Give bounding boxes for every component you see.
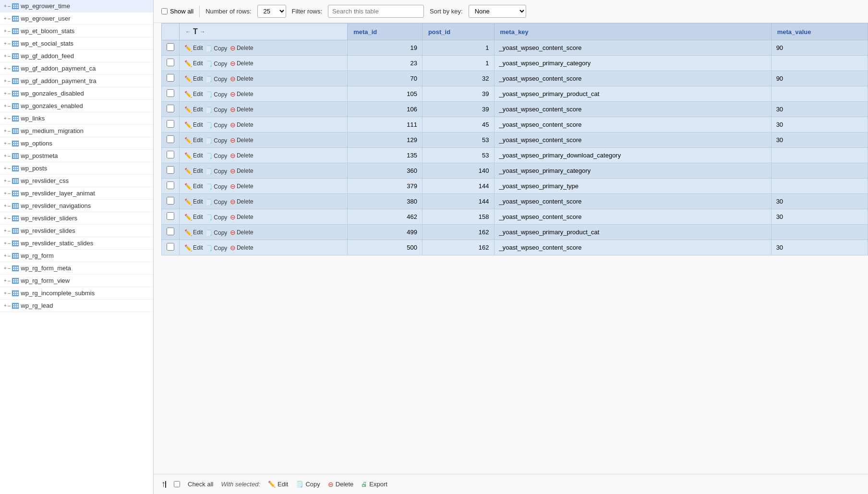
delete-link[interactable]: ⊖ Delete bbox=[230, 244, 253, 252]
delete-link[interactable]: ⊖ Delete bbox=[230, 136, 253, 144]
edit-link[interactable]: ✏️ Edit bbox=[184, 244, 203, 252]
sidebar-item-wp_medium_migration[interactable]: + − wp_medium_migration bbox=[0, 125, 153, 137]
copy-link[interactable]: 🗒️ Copy bbox=[205, 214, 227, 221]
sidebar-item-wp_rg_form_meta[interactable]: + − wp_rg_form_meta bbox=[0, 262, 153, 275]
sort-by-select[interactable]: None bbox=[469, 5, 526, 18]
sidebar-item-wp_posts[interactable]: + − wp_posts bbox=[0, 162, 153, 175]
delete-link[interactable]: ⊖ Delete bbox=[230, 106, 253, 113]
sidebar-item-wp_gonzales_enabled[interactable]: + − wp_gonzales_enabled bbox=[0, 100, 153, 112]
edit-link[interactable]: ✏️ Edit bbox=[184, 60, 203, 67]
sidebar-item-wp_et_social_stats[interactable]: + − wp_et_social_stats bbox=[0, 37, 153, 50]
copy-link[interactable]: 🗒️ Copy bbox=[205, 45, 227, 52]
copy-link[interactable]: 🗒️ Copy bbox=[205, 168, 227, 175]
bottom-delete-button[interactable]: ⊖ Delete bbox=[328, 481, 354, 488]
edit-link[interactable]: ✏️ Edit bbox=[184, 75, 203, 83]
edit-link[interactable]: ✏️ Edit bbox=[184, 137, 203, 144]
row-checkbox[interactable] bbox=[167, 212, 174, 220]
row-checkbox[interactable] bbox=[167, 181, 174, 189]
delete-link[interactable]: ⊖ Delete bbox=[230, 60, 253, 67]
sidebar-item-wp_gf_addon_payment_tra[interactable]: + − wp_gf_addon_payment_tra bbox=[0, 75, 153, 87]
sidebar-item-wp_rg_incomplete_submis[interactable]: + − wp_rg_incomplete_submis bbox=[0, 287, 153, 300]
sidebar-item-wp_revslider_navigations[interactable]: + − wp_revslider_navigations bbox=[0, 200, 153, 212]
check-all-checkbox[interactable] bbox=[174, 481, 180, 487]
row-checkbox[interactable] bbox=[167, 59, 174, 66]
row-checkbox[interactable] bbox=[167, 243, 174, 251]
edit-link[interactable]: ✏️ Edit bbox=[184, 214, 203, 221]
delete-icon: ⊖ bbox=[230, 136, 236, 144]
delete-link[interactable]: ⊖ Delete bbox=[230, 182, 253, 190]
sidebar-item-wp_revslider_css[interactable]: + − wp_revslider_css bbox=[0, 175, 153, 187]
check-all-button[interactable]: Check all bbox=[188, 481, 213, 488]
copy-link[interactable]: 🗒️ Copy bbox=[205, 76, 227, 83]
bottom-copy-button[interactable]: 🗒️ Copy bbox=[296, 481, 320, 488]
bottom-export-button[interactable]: 🖨 Export bbox=[361, 481, 387, 488]
col-header-post-id[interactable]: post_id bbox=[422, 24, 494, 40]
copy-link[interactable]: 🗒️ Copy bbox=[205, 122, 227, 129]
edit-link[interactable]: ✏️ Edit bbox=[184, 229, 203, 236]
sidebar-item-wp_options[interactable]: + − wp_options bbox=[0, 137, 153, 150]
cell-meta-value: 90 bbox=[771, 71, 868, 86]
delete-link[interactable]: ⊖ Delete bbox=[230, 198, 253, 205]
delete-link[interactable]: ⊖ Delete bbox=[230, 44, 253, 52]
sidebar-item-wp_revslider_slides[interactable]: + − wp_revslider_slides bbox=[0, 225, 153, 237]
search-input[interactable] bbox=[328, 5, 424, 18]
edit-link[interactable]: ✏️ Edit bbox=[184, 45, 203, 52]
table-icon bbox=[12, 53, 19, 59]
num-rows-select[interactable]: 25 50 100 250 500 bbox=[257, 5, 286, 18]
sidebar-item-wp_gf_addon_feed[interactable]: + − wp_gf_addon_feed bbox=[0, 50, 153, 62]
copy-link[interactable]: 🗒️ Copy bbox=[205, 199, 227, 205]
delete-link[interactable]: ⊖ Delete bbox=[230, 213, 253, 221]
edit-link[interactable]: ✏️ Edit bbox=[184, 152, 203, 159]
row-checkbox[interactable] bbox=[167, 151, 174, 158]
copy-link[interactable]: 🗒️ Copy bbox=[205, 153, 227, 159]
copy-link[interactable]: 🗒️ Copy bbox=[205, 245, 227, 252]
delete-link[interactable]: ⊖ Delete bbox=[230, 152, 253, 159]
col-header-meta-value[interactable]: meta_value bbox=[771, 24, 868, 40]
sidebar-item-wp_rg_form_view[interactable]: + − wp_rg_form_view bbox=[0, 275, 153, 287]
row-checkbox[interactable] bbox=[167, 197, 174, 205]
delete-link[interactable]: ⊖ Delete bbox=[230, 167, 253, 175]
edit-link[interactable]: ✏️ Edit bbox=[184, 121, 203, 129]
sidebar-item-wp_et_bloom_stats[interactable]: + − wp_et_bloom_stats bbox=[0, 25, 153, 37]
edit-link[interactable]: ✏️ Edit bbox=[184, 91, 203, 98]
row-checkbox[interactable] bbox=[167, 105, 174, 112]
edit-link[interactable]: ✏️ Edit bbox=[184, 183, 203, 190]
row-checkbox[interactable] bbox=[167, 120, 174, 128]
edit-link[interactable]: ✏️ Edit bbox=[184, 168, 203, 175]
row-checkbox[interactable] bbox=[167, 135, 174, 143]
row-checkbox[interactable] bbox=[167, 228, 174, 235]
copy-link[interactable]: 🗒️ Copy bbox=[205, 107, 227, 113]
sidebar-item-wp_egrower_time[interactable]: + − wp_egrower_time bbox=[0, 0, 153, 12]
show-all-checkbox[interactable] bbox=[161, 8, 168, 14]
sidebar-item-wp_rg_form[interactable]: + − wp_rg_form bbox=[0, 250, 153, 262]
bottom-edit-button[interactable]: ✏️ Edit bbox=[268, 481, 288, 488]
sidebar-item-wp_rg_lead[interactable]: + − wp_rg_lead bbox=[0, 300, 153, 312]
row-checkbox[interactable] bbox=[167, 74, 174, 82]
copy-link[interactable]: 🗒️ Copy bbox=[205, 229, 227, 236]
sidebar-item-wp_revslider_layer_animat[interactable]: + − wp_revslider_layer_animat bbox=[0, 187, 153, 200]
col-header-meta-id[interactable]: meta_id bbox=[348, 24, 422, 40]
sidebar-item-wp_links[interactable]: + − wp_links bbox=[0, 112, 153, 125]
delete-link[interactable]: ⊖ Delete bbox=[230, 229, 253, 236]
delete-link[interactable]: ⊖ Delete bbox=[230, 90, 253, 98]
scroll-top-icon[interactable]: ↑ bbox=[161, 479, 166, 489]
copy-link[interactable]: 🗒️ Copy bbox=[205, 183, 227, 190]
row-checkbox[interactable] bbox=[167, 89, 174, 97]
sidebar-item-wp_revslider_static_slides[interactable]: + − wp_revslider_static_slides bbox=[0, 237, 153, 250]
cell-post-id: 1 bbox=[422, 56, 494, 71]
sidebar-item-wp_gonzales_disabled[interactable]: + − wp_gonzales_disabled bbox=[0, 87, 153, 100]
sidebar-item-wp_postmeta[interactable]: + − wp_postmeta bbox=[0, 150, 153, 162]
edit-link[interactable]: ✏️ Edit bbox=[184, 198, 203, 205]
sidebar-item-wp_egrower_user[interactable]: + − wp_egrower_user bbox=[0, 12, 153, 25]
copy-link[interactable]: 🗒️ Copy bbox=[205, 60, 227, 67]
delete-link[interactable]: ⊖ Delete bbox=[230, 121, 253, 129]
copy-link[interactable]: 🗒️ Copy bbox=[205, 137, 227, 144]
sidebar-item-wp_gf_addon_payment_ca[interactable]: + − wp_gf_addon_payment_ca bbox=[0, 62, 153, 75]
col-header-meta-key[interactable]: meta_key bbox=[494, 24, 771, 40]
row-checkbox[interactable] bbox=[167, 43, 174, 51]
sidebar-item-wp_revslider_sliders[interactable]: + − wp_revslider_sliders bbox=[0, 212, 153, 225]
copy-link[interactable]: 🗒️ Copy bbox=[205, 91, 227, 98]
edit-link[interactable]: ✏️ Edit bbox=[184, 106, 203, 113]
delete-link[interactable]: ⊖ Delete bbox=[230, 75, 253, 83]
row-checkbox[interactable] bbox=[167, 166, 174, 174]
